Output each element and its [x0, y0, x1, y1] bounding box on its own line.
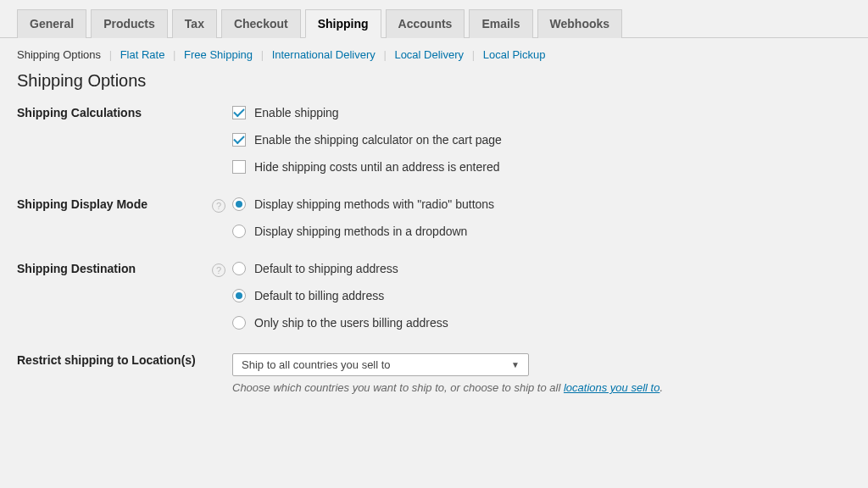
checkbox-hide-costs[interactable] [232, 160, 246, 174]
label-restrict: Restrict shipping to Location(s) [17, 353, 212, 367]
label-destination: Shipping Destination [17, 262, 212, 275]
tab-products[interactable]: Products [91, 9, 168, 38]
label-only-billing[interactable]: Only ship to the users billing address [254, 316, 448, 330]
radio-default-shipping[interactable] [232, 262, 246, 275]
label-hide-costs[interactable]: Hide shipping costs until an address is … [254, 160, 500, 174]
help-icon[interactable]: ? [212, 263, 225, 277]
subtab-local-delivery[interactable]: Local Delivery [394, 48, 464, 61]
tab-shipping[interactable]: Shipping [305, 9, 381, 38]
tab-webhooks[interactable]: Webhooks [537, 9, 623, 38]
label-default-billing[interactable]: Default to billing address [254, 289, 384, 302]
row-display-mode: Shipping Display Mode ? Display shipping… [0, 197, 868, 262]
label-default-shipping[interactable]: Default to shipping address [254, 262, 398, 275]
subtab-flat-rate[interactable]: Flat Rate [120, 48, 165, 61]
tab-checkout[interactable]: Checkout [221, 9, 301, 38]
row-restrict: Restrict shipping to Location(s) Ship to… [0, 353, 868, 418]
row-destination: Shipping Destination ? Default to shippi… [0, 262, 868, 353]
label-shipping-calculations: Shipping Calculations [17, 106, 212, 119]
select-value: Ship to all countries you sell to [242, 358, 391, 371]
label-enable-shipping[interactable]: Enable shipping [254, 106, 339, 119]
checkbox-enable-shipping[interactable] [232, 106, 246, 119]
tab-emails[interactable]: Emails [469, 9, 532, 38]
tab-accounts[interactable]: Accounts [386, 9, 465, 38]
subtab-international-delivery[interactable]: International Delivery [272, 48, 376, 61]
restrict-description: Choose which countries you want to ship … [232, 381, 851, 394]
main-tabs: General Products Tax Checkout Shipping A… [0, 8, 868, 38]
help-icon[interactable]: ? [212, 199, 225, 213]
select-restrict-shipping[interactable]: Ship to all countries you sell to ▼ [232, 353, 529, 376]
label-display-dropdown[interactable]: Display shipping methods in a dropdown [254, 225, 467, 238]
subtab-shipping-options[interactable]: Shipping Options [17, 48, 101, 61]
chevron-down-icon: ▼ [511, 360, 520, 369]
tab-general[interactable]: General [17, 9, 86, 38]
checkbox-enable-calculator[interactable] [232, 133, 246, 147]
sub-tabs: Shipping Options | Flat Rate | Free Ship… [0, 38, 868, 71]
subtab-free-shipping[interactable]: Free Shipping [184, 48, 253, 61]
subtab-local-pickup[interactable]: Local Pickup [483, 48, 546, 61]
label-display-radio[interactable]: Display shipping methods with "radio" bu… [254, 197, 494, 211]
label-display-mode: Shipping Display Mode [17, 197, 212, 211]
row-shipping-calculations: Shipping Calculations Enable shipping En… [0, 106, 868, 197]
radio-only-billing[interactable] [232, 316, 246, 330]
radio-display-dropdown[interactable] [232, 225, 246, 238]
radio-default-billing[interactable] [232, 289, 246, 302]
tab-tax[interactable]: Tax [172, 9, 217, 38]
locations-link[interactable]: locations you sell to [564, 381, 659, 394]
label-enable-calculator[interactable]: Enable the shipping calculator on the ca… [254, 133, 502, 147]
section-title: Shipping Options [0, 71, 868, 106]
radio-display-radio[interactable] [232, 197, 246, 211]
